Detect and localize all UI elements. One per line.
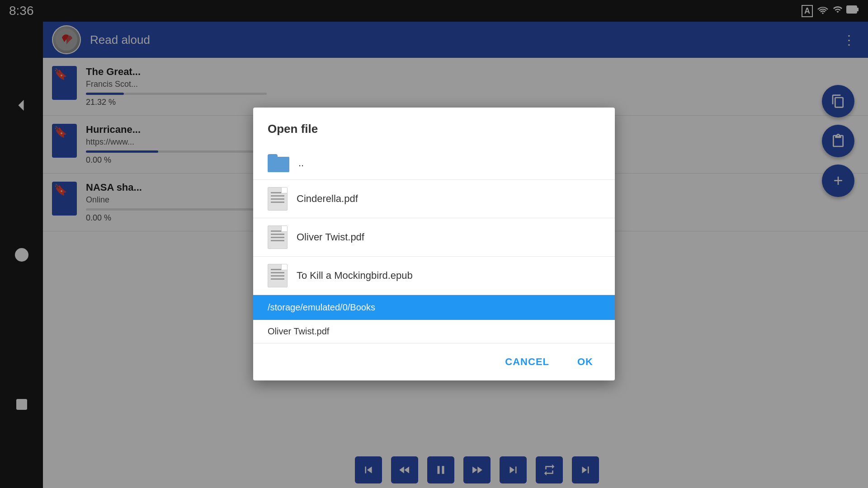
file-item-mockingbird[interactable]: To Kill a Mockingbird.epub [253, 257, 615, 295]
file-name-parent: .. [298, 157, 304, 169]
document-icon-cinderella [268, 187, 288, 211]
file-name-oliver-twist: Oliver Twist.pdf [297, 231, 364, 243]
ok-button[interactable]: OK [570, 352, 600, 371]
cancel-button[interactable]: CANCEL [498, 352, 557, 371]
dialog-path-section: /storage/emulated/0/Books Oliver Twist.p… [253, 295, 615, 343]
selected-path[interactable]: /storage/emulated/0/Books [253, 295, 615, 320]
dialog-title: Open file [253, 108, 615, 147]
selected-filename: Oliver Twist.pdf [253, 320, 615, 343]
file-name-mockingbird: To Kill a Mockingbird.epub [297, 270, 413, 282]
open-file-dialog: Open file .. Cinderella.pdf Oliver Twist… [253, 108, 615, 380]
file-item-cinderella[interactable]: Cinderella.pdf [253, 180, 615, 218]
file-list: .. Cinderella.pdf Oliver Twist.pdf To Ki… [253, 147, 615, 295]
file-name-cinderella: Cinderella.pdf [297, 193, 358, 205]
dialog-actions: CANCEL OK [253, 343, 615, 380]
document-icon-oliver-twist [268, 225, 288, 249]
document-icon-mockingbird [268, 264, 288, 287]
file-item-oliver-twist[interactable]: Oliver Twist.pdf [253, 218, 615, 257]
file-item-parent[interactable]: .. [253, 147, 615, 180]
folder-icon [268, 154, 289, 172]
